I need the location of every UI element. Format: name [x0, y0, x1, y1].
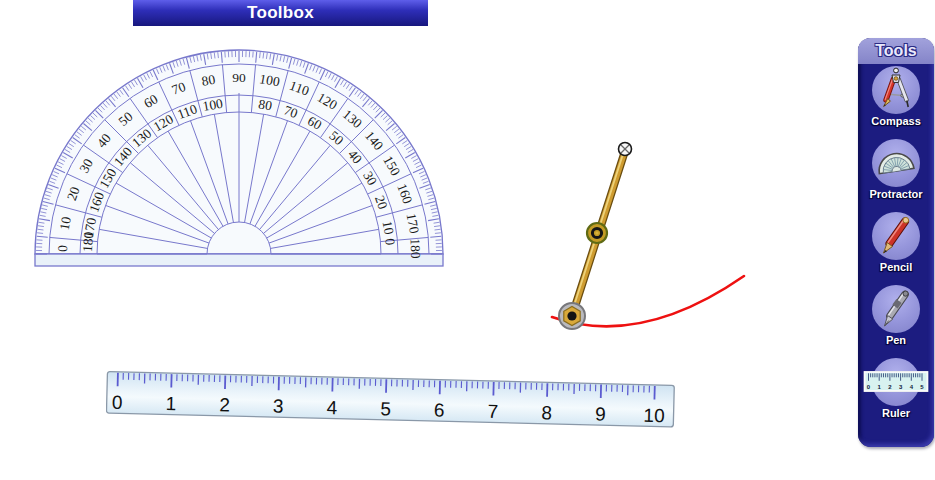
ruler-tool[interactable]: 012345678910	[106, 370, 686, 430]
protractor-degree-label: 180	[408, 238, 424, 259]
title-bar: Toolbox	[133, 0, 428, 26]
compass-icon	[872, 66, 920, 114]
tool-label-ruler: Ruler	[882, 407, 910, 419]
ruler-number: 3	[273, 396, 284, 417]
protractor-degree-label: 0	[55, 245, 70, 252]
protractor-tool[interactable]: 0102030405060708090100110120130140150160…	[34, 43, 448, 269]
ruler-number: 7	[487, 401, 498, 422]
tools-panel-header: Tools	[858, 38, 934, 64]
ruler-number: 1	[165, 393, 176, 414]
tool-label-pencil: Pencil	[880, 261, 912, 273]
app-canvas: Toolbox 01020304050607080901001101201301…	[0, 0, 935, 480]
tools-panel: Tools	[858, 38, 934, 447]
protractor-degree-label: 90	[232, 70, 246, 85]
compass-pivot-foot[interactable]	[559, 303, 585, 329]
compass-handle-knob[interactable]	[619, 143, 632, 156]
tool-label-compass: Compass	[871, 115, 921, 127]
pen-icon	[872, 285, 920, 333]
ruler-number: 2	[219, 394, 230, 415]
tool-button-protractor[interactable]: Protractor	[858, 137, 934, 210]
compass-tool[interactable]	[540, 130, 760, 340]
ruler-number: 4	[326, 397, 338, 418]
tool-button-pencil[interactable]: Pencil	[858, 210, 934, 283]
pencil-icon	[872, 212, 920, 260]
tool-button-pen[interactable]: Pen	[858, 283, 934, 356]
protractor-degree-label: 10	[57, 215, 74, 231]
tool-label-protractor: Protractor	[869, 188, 922, 200]
protractor-degree-label: 80	[200, 72, 216, 89]
ruler-number: 8	[541, 402, 552, 423]
ruler-number: 10	[643, 405, 665, 427]
tool-button-ruler[interactable]: 012345 Ruler	[858, 356, 934, 429]
tool-button-compass[interactable]: Compass	[858, 64, 934, 137]
tool-label-pen: Pen	[886, 334, 906, 346]
tools-panel-title: Tools	[875, 42, 916, 60]
protractor-degree-label: 80	[257, 96, 273, 113]
ruler-icon: 012345	[872, 358, 920, 406]
ruler-number: 5	[380, 398, 391, 419]
ruler-number: 9	[595, 403, 606, 424]
app-title: Toolbox	[247, 3, 314, 23]
ruler-number: 0	[112, 392, 123, 413]
compass-hinge-nut[interactable]	[587, 223, 607, 243]
protractor-icon	[872, 139, 920, 187]
protractor-degree-label: 10	[380, 220, 397, 236]
ruler-number: 6	[434, 400, 445, 421]
